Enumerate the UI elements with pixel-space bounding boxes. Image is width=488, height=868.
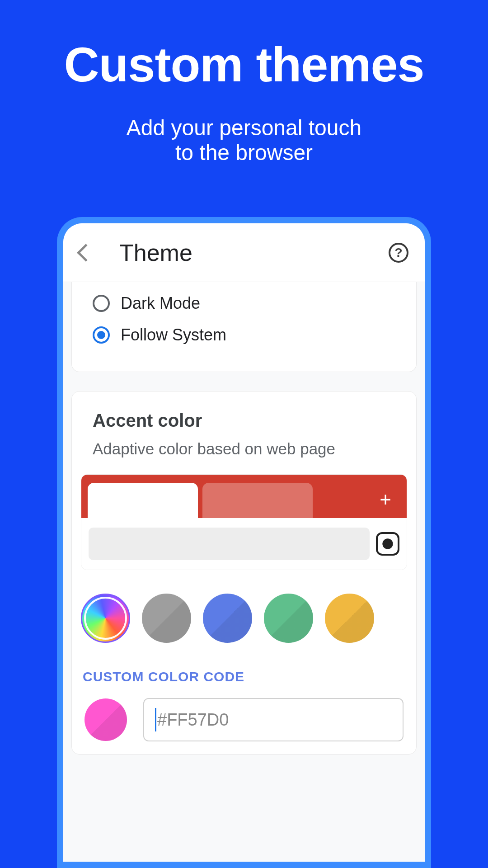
promo-sub-line1: Add your personal touch — [127, 116, 361, 140]
phone-frame: Theme ? Dark Mode Follow System Accent c… — [57, 217, 431, 868]
custom-color-label: CUSTOM COLOR CODE — [72, 652, 416, 698]
radio-follow-system[interactable]: Follow System — [72, 319, 416, 351]
selection-ring-icon — [84, 597, 127, 640]
phone-screen: Theme ? Dark Mode Follow System Accent c… — [63, 223, 425, 862]
promo-subtitle: Add your personal touch to the browser — [0, 115, 488, 165]
preview-tab-inactive — [202, 483, 313, 518]
swatch-blue[interactable] — [203, 594, 252, 643]
swatch-yellow[interactable] — [325, 594, 374, 643]
custom-color-row: #FF57D0 — [72, 698, 416, 741]
accent-card: Accent color Adaptive color based on web… — [71, 391, 417, 755]
plus-icon: + — [380, 488, 391, 511]
preview-urlbar — [81, 518, 407, 570]
back-icon[interactable] — [77, 244, 95, 262]
preview-tab-active — [88, 483, 198, 518]
swatch-green[interactable] — [264, 594, 313, 643]
preview-tabbar: + — [81, 475, 407, 518]
radio-label: Follow System — [121, 326, 226, 344]
promo-title: Custom themes — [0, 36, 488, 93]
custom-color-input[interactable]: #FF57D0 — [143, 698, 404, 741]
radio-unselected-icon — [93, 295, 110, 312]
vivaldi-logo-icon — [376, 532, 399, 556]
radio-inner-dot — [97, 331, 105, 339]
swatch-row — [72, 579, 416, 652]
radio-label: Dark Mode — [121, 294, 200, 313]
text-cursor-icon — [155, 708, 156, 731]
custom-color-value: #FF57D0 — [157, 710, 229, 730]
accent-title: Accent color — [72, 392, 416, 440]
help-icon[interactable]: ? — [389, 243, 408, 263]
app-header: Theme ? — [63, 223, 425, 282]
preview-url-field — [89, 528, 370, 560]
mode-card: Dark Mode Follow System — [71, 282, 417, 372]
accent-subtitle: Adaptive color based on web page — [72, 440, 416, 474]
swatch-gray[interactable] — [142, 594, 191, 643]
radio-dark-mode[interactable]: Dark Mode — [72, 288, 416, 319]
custom-swatch[interactable] — [84, 698, 127, 741]
page-title: Theme — [119, 239, 389, 266]
swatch-rainbow[interactable] — [81, 594, 130, 643]
radio-selected-icon — [93, 326, 110, 344]
promo-sub-line2: to the browser — [175, 141, 313, 165]
theme-preview: + — [81, 474, 407, 570]
content: Dark Mode Follow System Accent color Ada… — [63, 282, 425, 862]
